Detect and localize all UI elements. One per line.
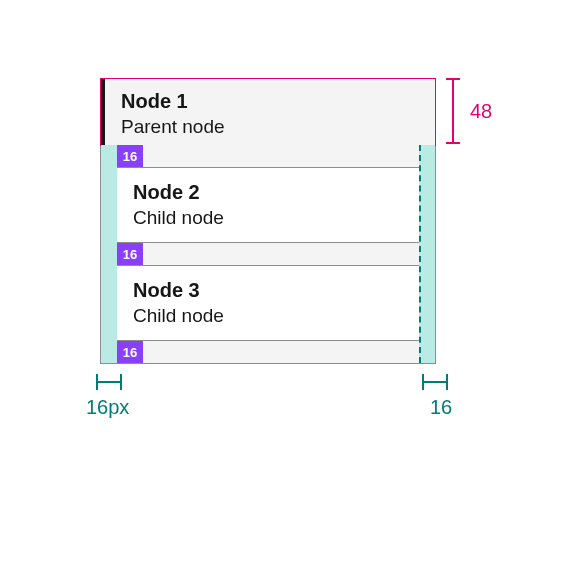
row-height-dimension: 48 — [446, 78, 506, 144]
vertical-gap: 16 — [117, 145, 419, 167]
gap-size-badge: 16 — [117, 243, 143, 265]
child-node-subtitle: Child node — [133, 304, 403, 328]
vertical-gap: 16 — [117, 341, 419, 363]
right-padding-label: 16 — [430, 396, 452, 419]
vertical-gap: 16 — [117, 243, 419, 265]
spec-diagram: Node 1 Parent node 16 Node 2 Child node … — [0, 0, 576, 578]
children-container: 16 Node 2 Child node 16 Node 3 Child nod… — [101, 145, 435, 363]
child-node-title: Node 3 — [133, 278, 403, 302]
dimension-cap-icon — [446, 142, 460, 144]
dimension-bar-icon — [452, 78, 454, 144]
left-padding-label: 16px — [86, 396, 129, 419]
child-node-subtitle: Child node — [133, 206, 403, 230]
child-node-row: Node 2 Child node — [117, 167, 419, 243]
parent-node-subtitle: Parent node — [121, 115, 419, 139]
gap-size-badge: 16 — [117, 145, 143, 167]
row-height-label: 48 — [470, 100, 492, 123]
right-padding-bracket-icon — [422, 374, 448, 390]
right-padding-highlight — [419, 145, 435, 363]
child-node-row: Node 3 Child node — [117, 265, 419, 341]
left-padding-highlight — [101, 145, 117, 363]
parent-node-row: Node 1 Parent node — [101, 79, 435, 145]
child-node-title: Node 2 — [133, 180, 403, 204]
gap-size-badge: 16 — [117, 341, 143, 363]
left-padding-bracket-icon — [96, 374, 122, 390]
parent-node-title: Node 1 — [121, 89, 419, 113]
tree-view: Node 1 Parent node 16 Node 2 Child node … — [100, 78, 436, 364]
